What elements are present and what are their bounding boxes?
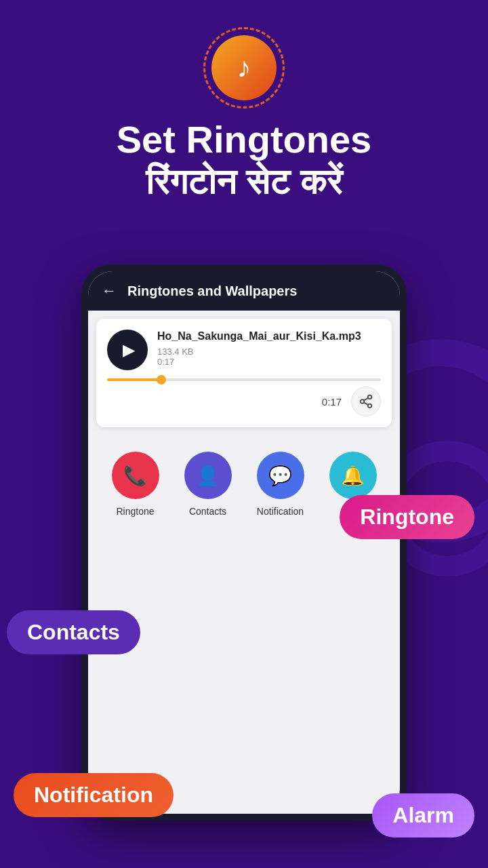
action-circle-ringtone[interactable]: 📞 [112, 452, 159, 499]
action-label-ringtone: Ringtone [116, 506, 154, 517]
time-row: 0:17 [107, 387, 381, 416]
player-top: ▶ Ho_Na_Sakunga_Mai_aur_Kisi_Ka.mp3 133.… [107, 330, 381, 370]
app-icon-border: ♪ [203, 27, 285, 108]
phone-header: ← Ringtones and Wallpapers [88, 271, 400, 311]
action-item-ringtone: 📞 Ringtone [112, 452, 159, 517]
progress-bar-track[interactable] [107, 378, 381, 381]
floating-label-ringtone: Ringtone [340, 495, 474, 539]
notification-action-icon: 💬 [268, 465, 292, 487]
progress-dot [157, 375, 166, 384]
app-icon-wrapper: ♪ [203, 27, 285, 108]
song-info: Ho_Na_Sakunga_Mai_aur_Kisi_Ka.mp3 133.4 … [157, 330, 381, 367]
contacts-action-icon: 👤 [196, 465, 220, 487]
time-current: 0:17 [322, 396, 342, 408]
action-label-contacts: Contacts [189, 506, 226, 517]
title-section: Set Ringtones रिंगटोन सेट करें [0, 119, 488, 203]
app-icon-inner: ♪ [211, 35, 277, 100]
alarm-action-icon: 🔔 [341, 465, 365, 487]
title-english: Set Ringtones [0, 119, 488, 161]
song-size: 133.4 KB [157, 347, 381, 357]
svg-line-4 [364, 398, 368, 401]
ringtone-action-icon: 📞 [123, 465, 147, 487]
action-item-notification: 💬 Notification [257, 452, 304, 517]
svg-line-3 [364, 402, 368, 405]
player-card: ▶ Ho_Na_Sakunga_Mai_aur_Kisi_Ka.mp3 133.… [96, 319, 392, 427]
action-circle-contacts[interactable]: 👤 [184, 452, 232, 499]
music-note-icon: ♪ [237, 52, 251, 84]
progress-bar-fill [107, 378, 162, 381]
song-title: Ho_Na_Sakunga_Mai_aur_Kisi_Ka.mp3 [157, 330, 381, 344]
action-label-notification: Notification [257, 506, 304, 517]
play-icon: ▶ [123, 340, 135, 359]
floating-label-alarm: Alarm [372, 793, 474, 837]
progress-section: 0:17 [107, 378, 381, 416]
share-icon [359, 394, 373, 409]
phone-screen: ← Ringtones and Wallpapers ▶ Ho_Na_Sakun… [88, 271, 400, 814]
play-button[interactable]: ▶ [107, 330, 148, 370]
floating-label-notification: Notification [14, 773, 174, 817]
action-circle-alarm[interactable]: 🔔 [329, 452, 377, 499]
title-hindi: रिंगटोन सेट करें [0, 161, 488, 203]
back-arrow-icon[interactable]: ← [102, 282, 117, 300]
phone-mockup: ← Ringtones and Wallpapers ▶ Ho_Na_Sakun… [81, 264, 407, 821]
floating-label-contacts: Contacts [7, 610, 140, 654]
song-duration-display: 0:17 [157, 357, 381, 367]
action-item-contacts: 👤 Contacts [184, 452, 232, 517]
phone-header-title: Ringtones and Wallpapers [127, 283, 297, 299]
share-button[interactable] [351, 387, 381, 416]
action-circle-notification[interactable]: 💬 [257, 452, 304, 499]
